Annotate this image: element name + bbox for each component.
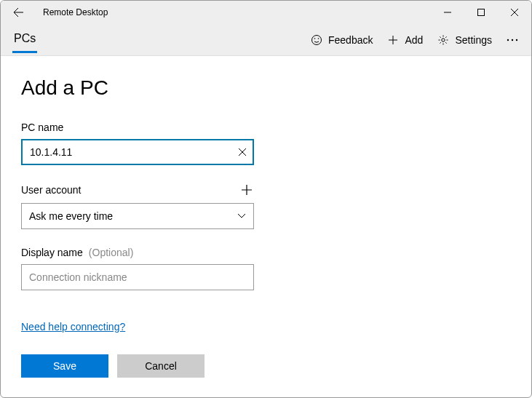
display-name-optional: (Optional): [89, 247, 133, 258]
cancel-button[interactable]: Cancel: [117, 354, 205, 378]
user-account-label: User account: [21, 184, 81, 196]
settings-button[interactable]: Settings: [430, 30, 499, 50]
user-account-field: User account Ask me every time: [21, 183, 254, 229]
svg-point-6: [512, 39, 513, 40]
clear-pc-name-button[interactable]: [235, 145, 250, 159]
display-name-input[interactable]: [21, 264, 254, 290]
arrow-left-icon: [12, 7, 24, 18]
minimize-button[interactable]: [431, 1, 464, 24]
svg-point-3: [318, 38, 319, 39]
maximize-icon: [477, 9, 485, 16]
feedback-label: Feedback: [328, 34, 373, 46]
svg-rect-0: [478, 9, 485, 16]
svg-point-1: [312, 35, 322, 44]
pc-name-field: PC name: [21, 122, 254, 165]
svg-point-7: [516, 39, 517, 40]
close-icon: [511, 9, 518, 16]
x-icon: [238, 148, 247, 156]
tab-pcs[interactable]: PCs: [12, 26, 37, 53]
gear-icon: [437, 34, 449, 46]
add-button[interactable]: Add: [380, 30, 430, 50]
app-title: Remote Desktop: [43, 7, 108, 17]
commandbar: PCs Feedback Add Settings: [1, 24, 531, 56]
ellipsis-icon: [507, 39, 518, 41]
settings-label: Settings: [455, 34, 492, 46]
user-account-select[interactable]: Ask me every time: [21, 203, 254, 229]
display-name-field: Display name (Optional): [21, 247, 254, 290]
minimize-icon: [444, 9, 451, 16]
button-row: Save Cancel: [21, 354, 511, 378]
back-button[interactable]: [7, 1, 30, 24]
chevron-down-icon: [237, 213, 246, 219]
pc-name-input[interactable]: [21, 139, 254, 165]
svg-point-2: [314, 38, 316, 39]
display-name-label: Display name: [21, 247, 83, 258]
user-account-value: Ask me every time: [29, 210, 113, 222]
close-button[interactable]: [498, 1, 531, 24]
save-button[interactable]: Save: [21, 354, 108, 378]
page-title: Add a PC: [21, 76, 511, 100]
svg-point-5: [507, 39, 509, 40]
plus-icon: [241, 184, 253, 196]
content: Add a PC PC name User account Ask me eve…: [1, 56, 531, 392]
smiley-icon: [311, 34, 322, 46]
feedback-button[interactable]: Feedback: [303, 30, 380, 50]
svg-point-4: [442, 38, 445, 41]
pc-name-label: PC name: [21, 122, 63, 133]
add-user-account-button[interactable]: [239, 183, 254, 197]
plus-icon: [387, 34, 399, 46]
titlebar: Remote Desktop: [1, 1, 531, 24]
help-link[interactable]: Need help connecting?: [21, 321, 125, 333]
maximize-button[interactable]: [464, 1, 498, 24]
add-label: Add: [405, 34, 423, 46]
more-button[interactable]: [499, 34, 525, 46]
